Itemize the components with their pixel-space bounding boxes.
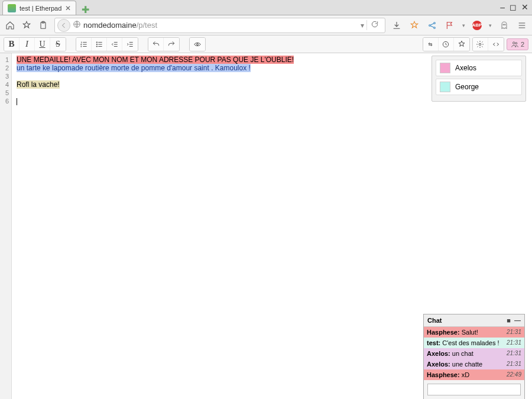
chat-message-text: Hasphese: Salut!: [427, 329, 503, 336]
favicon-icon: [8, 4, 16, 12]
chat-message: test: C'est des malades !21:31: [424, 338, 524, 348]
chat-input[interactable]: [427, 384, 521, 395]
embed-button[interactable]: [488, 38, 504, 51]
doc-line-4[interactable]: Rofl la vache!: [17, 80, 60, 89]
line-gutter: 123456: [0, 53, 12, 399]
browser-tab-bar: test | Etherpad ✕ ✚: [0, 0, 532, 15]
import-export-button[interactable]: [423, 38, 439, 51]
chat-message: Hasphese: Salut!21:31: [424, 327, 524, 338]
chat-message-time: 21:31: [507, 350, 521, 357]
save-revision-button[interactable]: [454, 38, 469, 51]
line-number: 4: [0, 80, 9, 89]
line-number: 2: [0, 64, 9, 72]
user-count: 2: [521, 41, 524, 48]
close-tab-icon[interactable]: ✕: [65, 4, 71, 12]
doc-line-1[interactable]: UNE MEDAILLE! AVEC MON NOM ET MON ADRESS…: [17, 56, 294, 64]
redo-button[interactable]: [164, 38, 179, 51]
tab-title: test | Etherpad: [20, 5, 61, 12]
chat-message-time: 21:31: [507, 329, 521, 336]
svg-point-8: [96, 41, 97, 42]
line-number: 3: [0, 72, 9, 80]
user-name: George: [455, 83, 479, 91]
editor-toolbar: B I U S 2: [0, 35, 532, 53]
chat-header[interactable]: Chat ■ —: [424, 314, 524, 327]
clipboard-icon[interactable]: [38, 20, 48, 31]
bookmark-star-icon[interactable]: [21, 20, 32, 31]
settings-button[interactable]: [473, 38, 488, 51]
browser-tab[interactable]: test | Etherpad ✕: [2, 1, 76, 15]
chat-message-time: 22:49: [507, 371, 521, 378]
italic-button[interactable]: I: [20, 38, 35, 51]
svg-point-9: [96, 44, 97, 44]
svg-point-3: [429, 24, 431, 26]
url-text: nomdedomaine/p/test: [83, 21, 358, 30]
globe-icon: [73, 20, 81, 30]
new-tab-button[interactable]: ✚: [80, 4, 90, 15]
svg-point-10: [96, 46, 97, 46]
dropdown-icon[interactable]: ▾: [361, 21, 364, 30]
user-row[interactable]: Axelos: [436, 60, 522, 76]
download-icon[interactable]: [391, 20, 402, 31]
user-row[interactable]: George: [436, 79, 522, 95]
svg-point-7: [505, 24, 505, 25]
abp-icon[interactable]: ABP: [472, 21, 482, 30]
chat-panel: Chat ■ — Hasphese: Salut!21:31test: C'es…: [423, 314, 525, 399]
chat-messages: Hasphese: Salut!21:31test: C'est des mal…: [424, 327, 524, 380]
users-icon: [511, 40, 519, 48]
svg-point-15: [515, 42, 517, 44]
close-window-icon[interactable]: ✕: [521, 2, 528, 12]
undo-button[interactable]: [148, 38, 164, 51]
chat-input-wrap: [427, 384, 521, 395]
minimize-icon[interactable]: –: [500, 2, 505, 12]
clear-authorship-button[interactable]: [190, 38, 205, 51]
line-number: 6: [0, 97, 9, 105]
browser-nav-bar: nomdedomaine/p/test ▾ ▾ ABP ▾: [0, 15, 532, 35]
chat-message-text: test: C'est des malades !: [427, 339, 503, 346]
home-icon[interactable]: [5, 20, 15, 31]
outdent-button[interactable]: [107, 38, 122, 51]
ghost-icon[interactable]: [499, 20, 510, 31]
svg-point-4: [434, 22, 436, 24]
unordered-list-button[interactable]: [92, 38, 107, 51]
underline-button[interactable]: U: [35, 38, 50, 51]
strike-button[interactable]: S: [50, 38, 66, 51]
back-icon[interactable]: [57, 19, 70, 32]
svg-point-14: [512, 41, 515, 44]
dropdown-small-icon-2[interactable]: ▾: [489, 22, 492, 28]
user-name: Axelos: [455, 64, 476, 72]
svg-point-5: [434, 27, 436, 28]
timeslider-button[interactable]: [439, 38, 454, 51]
chat-message-text: Axelos: une chatte: [427, 361, 503, 368]
chat-title: Chat: [427, 317, 442, 324]
maximize-icon[interactable]: ◻: [510, 2, 517, 12]
flag-icon[interactable]: [445, 20, 455, 31]
line-number: 5: [0, 89, 9, 97]
chat-message-time: 21:31: [507, 361, 521, 368]
bold-button[interactable]: B: [4, 38, 20, 51]
chat-message-text: Axelos: un chat: [427, 350, 503, 357]
star-orange-icon[interactable]: [409, 20, 420, 31]
chat-message: Hasphese: xD22:49: [424, 369, 524, 380]
chat-message-text: Hasphese: xD: [427, 371, 503, 378]
doc-line-2[interactable]: un tarte ke lapomade routière morte de p…: [17, 64, 251, 72]
users-button[interactable]: 2: [507, 38, 528, 50]
user-color-swatch: [440, 63, 450, 73]
chat-detach-icon[interactable]: ■: [507, 317, 511, 324]
svg-point-13: [479, 43, 482, 46]
chat-message: Axelos: un chat21:31: [424, 348, 524, 359]
indent-button[interactable]: [122, 38, 138, 51]
chat-minimize-icon[interactable]: —: [514, 317, 521, 324]
refresh-icon[interactable]: [366, 20, 382, 30]
text-cursor: [17, 98, 17, 105]
line-number: 1: [0, 56, 9, 64]
ordered-list-button[interactable]: [76, 38, 92, 51]
dropdown-small-icon[interactable]: ▾: [462, 22, 465, 28]
svg-point-6: [503, 24, 504, 25]
menu-icon[interactable]: [517, 20, 527, 31]
chat-message: Axelos: une chatte21:31: [424, 359, 524, 369]
chat-message-time: 21:31: [507, 339, 521, 346]
share-icon[interactable]: [427, 20, 437, 31]
user-color-swatch: [440, 82, 450, 92]
url-bar[interactable]: nomdedomaine/p/test ▾: [54, 18, 385, 33]
users-panel: AxelosGeorge: [432, 56, 526, 102]
